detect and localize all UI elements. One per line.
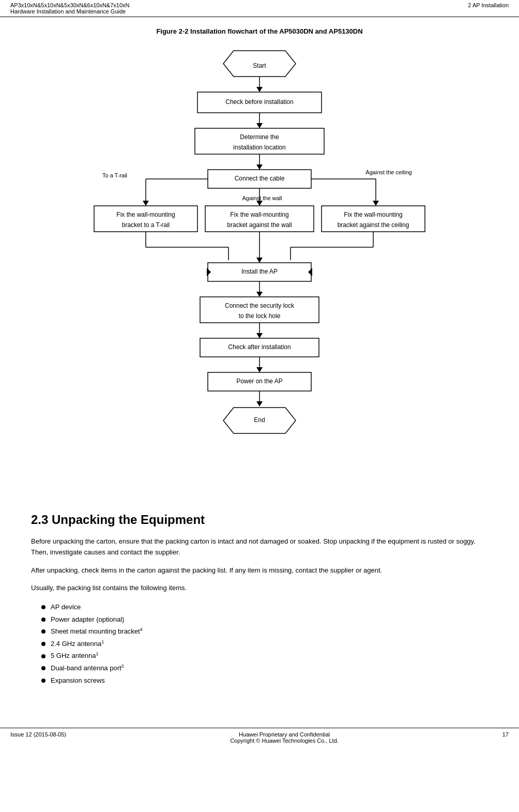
bullet-dot xyxy=(41,654,45,658)
fix-trail-node: Fix the wall-mounting xyxy=(116,211,175,218)
bullet-item: Sheet metal mounting bracket4 xyxy=(41,625,488,638)
footer-left: Issue 12 (2015-08-05) xyxy=(10,731,66,744)
footer-center-line1: Huawei Proprietary and Confidential xyxy=(66,731,502,738)
bullet-item: 5 GHz antenna1 xyxy=(41,650,488,662)
svg-marker-8 xyxy=(256,164,263,170)
bullet-text: 5 GHz antenna1 xyxy=(51,650,98,662)
footer-center: Huawei Proprietary and Confidential Copy… xyxy=(66,731,502,744)
bullet-text: Power adapter (optional) xyxy=(51,613,124,625)
connect-lock-node2: to the lock hole xyxy=(239,312,281,320)
bullet-dot xyxy=(41,618,45,622)
svg-marker-36 xyxy=(256,333,263,338)
check-before-node: Check before installation xyxy=(225,98,293,106)
svg-marker-39 xyxy=(256,367,263,372)
against-wall-label: Against the wall xyxy=(242,195,282,201)
svg-marker-42 xyxy=(256,401,263,407)
page-header: AP3x10xN&5x10xN&5x30xN&6x10xN&7x10xN Har… xyxy=(0,0,519,17)
bullet-dot xyxy=(41,666,45,670)
bullet-item: AP device xyxy=(41,601,488,613)
bullet-text: 2.4 GHz antenna1 xyxy=(51,638,104,650)
svg-marker-25 xyxy=(256,258,263,263)
fix-wall-node2: bracket against the wall xyxy=(227,221,292,229)
bullet-dot xyxy=(41,629,45,634)
figure-title: Figure 2-2 Installation flowchart of the… xyxy=(31,27,488,35)
bullet-text: AP device xyxy=(51,601,81,613)
flowchart: Start Check before installation Determin… xyxy=(84,46,435,497)
start-node: Start xyxy=(253,62,266,69)
power-on-node: Power on the AP xyxy=(236,378,282,385)
bullet-item: Power adapter (optional) xyxy=(41,613,488,625)
footer-center-line2: Copyright © Huawei Technologies Co., Ltd… xyxy=(66,738,502,744)
fix-ceiling-node: Fix the wall-mounting xyxy=(344,211,402,218)
fix-trail-node2: bracket to a T-rail xyxy=(122,221,170,229)
page-footer: Issue 12 (2015-08-05) Huawei Proprietary… xyxy=(0,728,519,747)
bullet-text: Expansion screws xyxy=(51,674,105,686)
to-trail-label: To a T-rail xyxy=(102,172,127,178)
bullet-dot xyxy=(41,679,45,683)
paragraph3: Usually, the packing list contains the f… xyxy=(31,583,488,594)
header-right: 2 AP Installation xyxy=(468,2,509,14)
bullet-dot xyxy=(41,642,45,646)
section-heading: 2.3 Unpacking the Equipment xyxy=(31,513,488,527)
bullet-dot xyxy=(41,605,45,609)
bullet-list: AP devicePower adapter (optional)Sheet m… xyxy=(41,601,488,686)
bullet-item: Dual-band antenna port2 xyxy=(41,662,488,674)
bullet-text: Sheet metal mounting bracket4 xyxy=(51,625,143,638)
fix-wall-node: Fix the wall-mounting xyxy=(230,211,288,218)
bullet-text: Dual-band antenna port2 xyxy=(51,662,124,674)
svg-marker-17 xyxy=(256,201,263,206)
bullet-item: Expansion screws xyxy=(41,674,488,686)
check-after-node: Check after installation xyxy=(228,343,291,351)
page-content: Figure 2-2 Installation flowchart of the… xyxy=(0,17,519,707)
determine-node2: installation location xyxy=(233,144,285,151)
against-ceiling-label: Against the ceiling xyxy=(365,169,411,175)
connect-lock-node: Connect the security lock xyxy=(225,302,295,309)
footer-right: 17 xyxy=(502,731,509,744)
svg-marker-12 xyxy=(143,201,149,206)
bullet-item: 2.4 GHz antenna1 xyxy=(41,638,488,650)
connect-cable-node: Connect the cable xyxy=(235,175,285,182)
end-node: End xyxy=(254,416,265,424)
determine-node: Determine the xyxy=(240,133,279,141)
install-ap-node: Install the AP xyxy=(241,268,278,275)
svg-marker-2 xyxy=(256,87,263,92)
svg-marker-5 xyxy=(256,123,263,128)
fix-ceiling-node2: bracket against the ceiling xyxy=(338,221,409,229)
svg-marker-33 xyxy=(256,292,263,297)
paragraph1: Before unpacking the carton, ensure that… xyxy=(31,536,488,558)
header-left: AP3x10xN&5x10xN&5x30xN&6x10xN&7x10xN Har… xyxy=(10,2,130,14)
svg-marker-15 xyxy=(373,201,379,206)
paragraph2: After unpacking, check items in the cart… xyxy=(31,565,488,576)
